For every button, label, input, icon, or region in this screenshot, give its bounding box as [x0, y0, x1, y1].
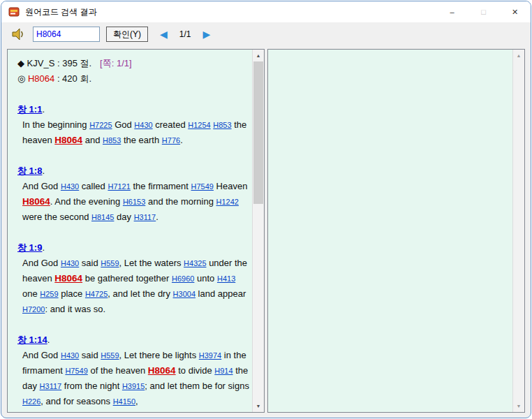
scroll-up-icon[interactable]: ▲: [513, 50, 524, 61]
strong-number-link[interactable]: H4725: [85, 290, 108, 298]
results-body: ◆ KJV_S : 395 절.[쪽: 1/1] ◎ H8064 : 420 회…: [8, 50, 252, 412]
scroll-thumb[interactable]: [253, 61, 263, 204]
strong-number-link[interactable]: H7200: [22, 305, 45, 314]
strong-number-link[interactable]: H3974: [199, 351, 221, 360]
search-hit-link[interactable]: H8064: [22, 196, 50, 207]
results-scrollbar[interactable]: ▲ ▼: [252, 50, 264, 412]
window-title: 원어코드 검색 결과: [25, 6, 97, 18]
verse-ref-link[interactable]: 창 1:8: [17, 166, 42, 176]
strong-number-link[interactable]: H4325: [184, 259, 206, 267]
verse-block: 창 1:14.And God H430 said H559, Let there…: [17, 332, 249, 409]
verse-ref-line: 창 1:1.: [17, 102, 249, 117]
strong-number-link[interactable]: H6153: [123, 198, 145, 206]
verse-ref-link[interactable]: 창 1:9: [17, 242, 42, 253]
verse-text: And God H430 said H559, Let there be lig…: [17, 348, 249, 409]
scroll-track[interactable]: [513, 61, 524, 400]
summary-version-text: ◆ KJV_S : 395 절.: [17, 58, 91, 68]
app-icon: [8, 6, 20, 17]
strong-number-link[interactable]: H430: [61, 182, 79, 191]
strong-number-link[interactable]: H7225: [89, 121, 112, 129]
minimize-button[interactable]: –: [436, 1, 468, 22]
results-panel: ◆ KJV_S : 395 절.[쪽: 1/1] ◎ H8064 : 420 회…: [7, 49, 265, 413]
strong-number-link[interactable]: H413: [217, 274, 235, 283]
strong-number-link[interactable]: H259: [40, 290, 58, 298]
verse-text: In the beginning H7225 God H430 created …: [17, 117, 249, 148]
verse-list: 창 1:1.In the beginning H7225 God H430 cr…: [17, 102, 249, 409]
summary-line-count: ◎ H8064 : 420 회.: [17, 71, 249, 87]
verse-text: And God H430 said H559, Let the waters H…: [17, 256, 249, 317]
strong-number-link[interactable]: H776: [162, 136, 180, 145]
window-controls: – □ ✕: [436, 1, 531, 22]
summary-count-suffix: : 420 회.: [54, 73, 91, 84]
confirm-button[interactable]: 확인(Y): [106, 27, 148, 42]
verse-ref-period: .: [42, 166, 45, 176]
strong-number-link[interactable]: H7121: [108, 182, 130, 191]
titlebar: 원어코드 검색 결과 – □ ✕: [1, 1, 531, 22]
content-area: ◆ KJV_S : 395 절.[쪽: 1/1] ◎ H8064 : 420 회…: [1, 46, 531, 418]
close-icon: ✕: [512, 8, 518, 17]
minimize-icon: –: [450, 8, 454, 16]
strong-number-link[interactable]: H3004: [173, 290, 195, 298]
strong-number-link[interactable]: H226: [22, 397, 40, 406]
strong-number-link[interactable]: H853: [103, 136, 121, 145]
toolbar: 확인(Y) ◀ 1/1 ▶: [1, 22, 531, 46]
strong-number-link[interactable]: H8145: [91, 213, 114, 221]
verse-block: 창 1:9.And God H430 said H559, Let the wa…: [17, 240, 249, 317]
strong-number-link[interactable]: H559: [101, 259, 119, 267]
verse-ref-period: .: [47, 335, 50, 345]
scroll-down-icon[interactable]: ▼: [253, 400, 264, 412]
page-indicator: 1/1: [179, 29, 191, 39]
summary-count-prefix: ◎: [17, 73, 28, 84]
verse-block: 창 1:8.And God H430 called H7121 the firm…: [17, 163, 249, 225]
search-results-window: 원어코드 검색 결과 – □ ✕ 확인(Y) ◀ 1/1 ▶: [1, 1, 531, 418]
detail-panel: ▲ ▼: [267, 49, 525, 413]
strong-number-link[interactable]: H430: [61, 259, 79, 267]
prev-page-button[interactable]: ◀: [160, 29, 168, 40]
next-page-button[interactable]: ▶: [202, 29, 210, 40]
maximize-icon: □: [481, 8, 486, 16]
maximize-button[interactable]: □: [468, 1, 499, 22]
summary-line-version: ◆ KJV_S : 395 절.[쪽: 1/1]: [17, 56, 249, 71]
search-hit-link[interactable]: H8064: [54, 273, 82, 284]
verse-ref-period: .: [42, 104, 45, 115]
detail-scrollbar[interactable]: ▲ ▼: [512, 50, 524, 412]
search-input[interactable]: [33, 27, 100, 42]
verse-ref-line: 창 1:8.: [17, 163, 249, 179]
speaker-icon[interactable]: [10, 27, 27, 42]
close-button[interactable]: ✕: [499, 1, 531, 22]
verse-ref-period: .: [42, 242, 45, 253]
scroll-down-icon[interactable]: ▼: [513, 400, 524, 412]
strong-number-link[interactable]: H3117: [134, 213, 156, 221]
strong-number-link[interactable]: H3915: [122, 382, 145, 390]
strong-number-link[interactable]: H853: [213, 121, 231, 129]
search-hit-link[interactable]: H8064: [54, 135, 82, 145]
strong-number-link[interactable]: H4150: [113, 397, 135, 406]
strong-number-link[interactable]: H430: [61, 351, 79, 360]
strong-number-link[interactable]: H430: [134, 121, 152, 129]
verse-ref-link[interactable]: 창 1:14: [17, 335, 47, 345]
strong-number-link[interactable]: H3117: [40, 382, 62, 390]
strong-number-link[interactable]: H559: [101, 351, 119, 360]
scroll-up-icon[interactable]: ▲: [253, 50, 264, 61]
detail-body: [268, 50, 512, 412]
verse-ref-line: 창 1:14.: [17, 332, 249, 348]
summary-page-label: [쪽: 1/1]: [100, 58, 132, 68]
scroll-track[interactable]: [253, 61, 264, 400]
verse-block: 창 1:1.In the beginning H7225 God H430 cr…: [17, 102, 249, 148]
strong-number-link[interactable]: H914: [214, 367, 232, 375]
strong-number-link[interactable]: H7549: [65, 367, 87, 375]
strong-number-link[interactable]: H1254: [188, 121, 210, 129]
summary-search-code: H8064: [28, 73, 54, 84]
verse-ref-line: 창 1:9.: [17, 240, 249, 256]
strong-number-link[interactable]: H1242: [216, 198, 239, 206]
verse-text: And God H430 called H7121 the firmament …: [17, 179, 249, 225]
strong-number-link[interactable]: H6960: [172, 274, 194, 283]
verse-ref-link[interactable]: 창 1:1: [17, 104, 42, 115]
search-hit-link[interactable]: H8064: [148, 365, 176, 376]
strong-number-link[interactable]: H7549: [191, 182, 214, 191]
